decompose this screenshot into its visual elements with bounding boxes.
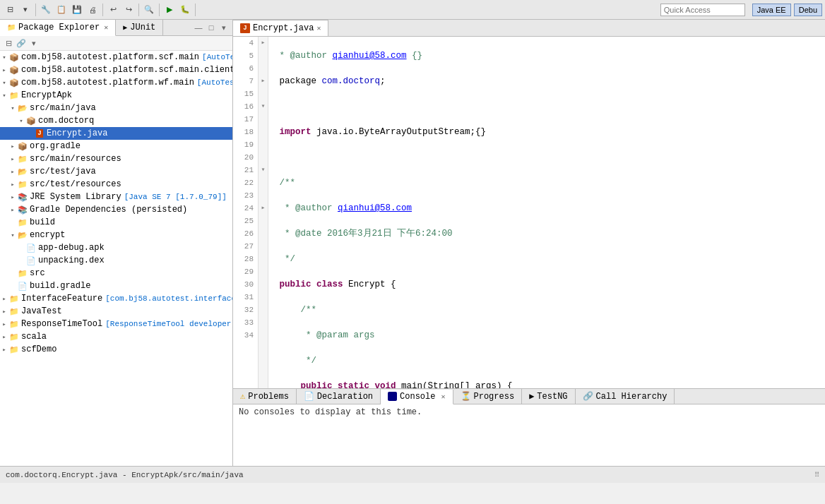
arrow-n4[interactable]: ▾: [0, 91, 8, 100]
arrow-n17[interactable]: [17, 256, 25, 265]
arrow-n18[interactable]: [8, 269, 17, 277]
arrow-n19[interactable]: [8, 282, 17, 290]
code-content[interactable]: * @author qianhui@58.com {} package com.…: [268, 37, 825, 388]
arrow-n9[interactable]: ▸: [8, 155, 17, 163]
tree-item-n4[interactable]: ▾ 📁 EncryptApk: [0, 89, 232, 102]
tree-item-n15[interactable]: ▾ 📂 encrypt: [0, 229, 232, 241]
tree-item-n11[interactable]: ▸ 📁 src/test/resources: [0, 178, 232, 191]
declaration-label: Declaration: [317, 392, 373, 402]
arrow-n20[interactable]: ▸: [0, 294, 8, 303]
arrow-n3[interactable]: ▾: [0, 78, 8, 87]
arrow-n16[interactable]: [17, 244, 25, 252]
tree-item-n2[interactable]: ▸ 📦 com.bj58.autotest.platform.scf.main.…: [0, 64, 232, 76]
code-line-16: /**: [274, 176, 825, 189]
arrow-n2[interactable]: ▸: [0, 66, 8, 74]
editor-tab-encrypt[interactable]: J Encrypt.java ✕: [233, 20, 328, 36]
tree-item-n8[interactable]: ▸ 📦 org.gradle: [0, 140, 232, 152]
editor-tab-close[interactable]: ✕: [316, 24, 321, 32]
tree-item-n19[interactable]: 📄 build.gradle: [0, 280, 232, 292]
maximize-btn[interactable]: □: [206, 22, 217, 33]
gutter-21[interactable]: ▾: [259, 164, 268, 176]
tree-item-n21[interactable]: ▸ 📁 JavaTest: [0, 305, 232, 318]
arrow-n6[interactable]: ▾: [17, 116, 25, 125]
tab-declaration[interactable]: 📄 Declaration: [297, 389, 381, 404]
tree-item-n14[interactable]: 📁 build: [0, 216, 232, 229]
tree-item-n20[interactable]: ▸ 📁 InterfaceFeature [com.bj58.autotest.…: [0, 292, 232, 305]
run-btn[interactable]: ▶: [162, 3, 177, 17]
tree-item-n24[interactable]: ▸ 📁 scfDemo: [0, 343, 232, 356]
package-explorer-close[interactable]: ✕: [104, 23, 108, 32]
console-close[interactable]: ✕: [441, 392, 445, 401]
arrow-n10[interactable]: ▸: [8, 167, 17, 176]
toolbar-btn-6[interactable]: 🖨: [85, 3, 100, 17]
tab-call-hierarchy[interactable]: 🔗 Call Hierarchy: [576, 389, 675, 404]
arrow-n15[interactable]: ▾: [8, 231, 17, 239]
view-menu-btn[interactable]: ▾: [218, 22, 230, 33]
gutter-31: [259, 291, 268, 304]
arrow-n13[interactable]: ▸: [8, 205, 17, 214]
tree-item-n10[interactable]: ▸ 📂 src/test/java: [0, 165, 232, 178]
arrow-n8[interactable]: ▸: [8, 142, 17, 150]
arrow-n22[interactable]: ▸: [0, 320, 8, 328]
tab-problems[interactable]: ⚠ Problems: [233, 389, 297, 404]
tree-item-n17[interactable]: 📄 unpacking.dex: [0, 254, 232, 267]
perspective-debug[interactable]: Debu: [794, 4, 822, 16]
collapse-all-btn[interactable]: ⊟: [3, 37, 14, 49]
tab-progress[interactable]: ⏳ Progress: [453, 389, 523, 404]
ln-22: 22: [233, 176, 254, 189]
tree-item-n6[interactable]: ▾ 📦 com.doctorq: [0, 114, 232, 127]
quick-access-input[interactable]: [660, 4, 745, 16]
perspective-java-ee[interactable]: Java EE: [752, 4, 791, 16]
tree-item-n7[interactable]: J Encrypt.java: [0, 127, 232, 140]
debug-btn[interactable]: 🐛: [178, 3, 192, 17]
tab-package-explorer[interactable]: 📁 Package Explorer ✕: [0, 20, 116, 36]
label-n16: app-debug.apk: [38, 243, 105, 253]
gutter-24[interactable]: ▸: [259, 202, 268, 215]
link-editor-btn[interactable]: 🔗: [16, 37, 27, 49]
label-n12: JRE System Library: [30, 192, 121, 202]
toolbar-btn-8[interactable]: ↪: [121, 3, 136, 17]
code-line-20: public class Encrypt {: [274, 278, 825, 291]
minimize-btn[interactable]: —: [193, 22, 204, 33]
toolbar-btn-4[interactable]: 📋: [54, 3, 69, 17]
tab-testng[interactable]: ▶ TestNG: [522, 389, 575, 404]
tree-item-n22[interactable]: ▸ 📁 ResponseTimeTool [ResponseTimeTool d…: [0, 318, 232, 330]
tree-item-n13[interactable]: ▸ 📚 Gradle Dependencies (persisted): [0, 203, 232, 216]
gutter-4[interactable]: ▸: [259, 37, 268, 49]
toolbar-more-btn[interactable]: ▾: [28, 37, 40, 49]
tree-item-n12[interactable]: ▸ 📚 JRE System Library [Java SE 7 [1.7.0…: [0, 191, 232, 203]
toolbar-btn-1[interactable]: ⊟: [3, 3, 17, 17]
arrow-n23[interactable]: ▸: [0, 332, 8, 341]
arrow-n21[interactable]: ▸: [0, 307, 8, 316]
tab-console[interactable]: Console ✕: [381, 390, 453, 404]
tree-item-n16[interactable]: 📄 app-debug.apk: [0, 241, 232, 254]
tree-item-n23[interactable]: ▸ 📁 scala: [0, 330, 232, 343]
editor-area[interactable]: 4 5 6 7 15 16 17 18 19 20 21 22 23 24 25…: [233, 37, 825, 388]
toolbar-btn-7[interactable]: ↩: [106, 3, 120, 17]
label-n24: scfDemo: [21, 344, 57, 354]
toolbar-btn-3[interactable]: 🔧: [39, 3, 53, 17]
arrow-n5[interactable]: ▾: [8, 104, 17, 112]
toolbar-btn-5[interactable]: 💾: [70, 3, 84, 17]
arrow-n7[interactable]: [25, 129, 34, 138]
label-n18: src: [30, 268, 45, 278]
gutter-27: [259, 240, 268, 253]
tree-item-n3[interactable]: ▾ 📦 com.bj58.autotest.platform.wf.main […: [0, 76, 232, 89]
tree-item-n9[interactable]: ▸ 📁 src/main/resources: [0, 152, 232, 165]
ln-32: 32: [233, 304, 254, 316]
arrow-n24[interactable]: ▸: [0, 345, 8, 354]
gutter-7[interactable]: ▸: [259, 75, 268, 88]
arrow-n14[interactable]: [8, 218, 17, 227]
tree-item-n18[interactable]: 📁 src: [0, 267, 232, 280]
icon-n17: 📄: [25, 255, 37, 266]
toolbar-btn-2[interactable]: ▾: [18, 3, 32, 17]
ln-26: 26: [233, 227, 254, 240]
toolbar-btn-9[interactable]: 🔍: [142, 3, 156, 17]
tree-item-n1[interactable]: ▾ 📦 com.bj58.autotest.platform.scf.main …: [0, 51, 232, 64]
arrow-n11[interactable]: ▸: [8, 180, 17, 188]
arrow-n12[interactable]: ▸: [8, 193, 17, 201]
tree-item-n5[interactable]: ▾ 📂 src/main/java: [0, 102, 232, 114]
tab-junit[interactable]: ▶ JUnit: [116, 20, 163, 35]
gutter-16[interactable]: ▾: [259, 100, 268, 113]
arrow-n1[interactable]: ▾: [0, 53, 8, 61]
